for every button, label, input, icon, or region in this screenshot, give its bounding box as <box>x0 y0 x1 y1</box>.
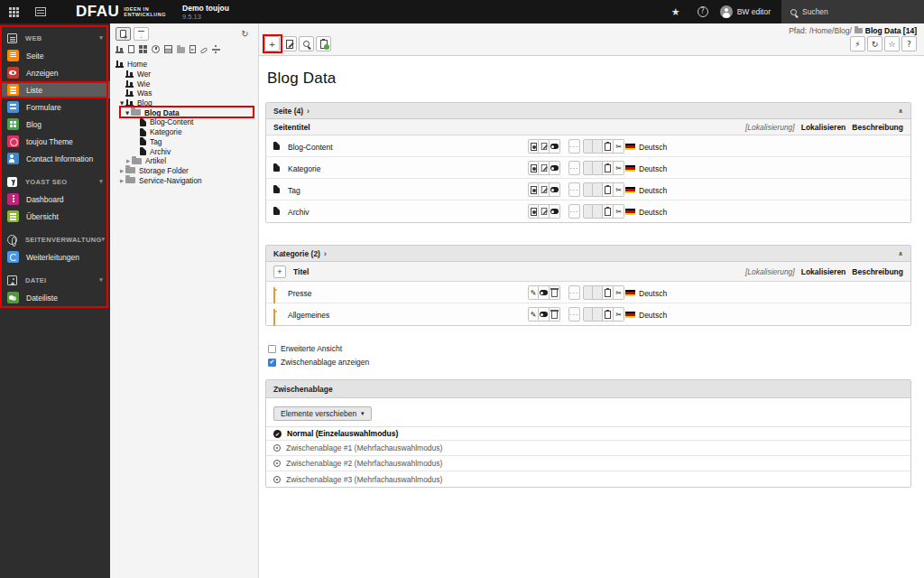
page-type-clock-icon[interactable] <box>152 45 160 53</box>
cut-button[interactable]: ✂ <box>614 182 624 197</box>
view-button[interactable] <box>528 139 539 154</box>
cut-button[interactable]: ✂ <box>614 161 624 175</box>
more-options-button[interactable]: ··· <box>568 285 580 300</box>
checkbox-erweiterte-ansicht[interactable]: Erweiterte Ansicht <box>268 344 924 353</box>
edit-page-button[interactable] <box>282 36 297 51</box>
collapse-icon[interactable]: ∧ <box>898 250 903 257</box>
modules-menu-icon[interactable] <box>0 0 27 23</box>
view-button[interactable] <box>528 204 539 219</box>
view-button[interactable] <box>528 182 539 197</box>
delete-button[interactable] <box>550 307 560 322</box>
expand-caret-icon[interactable]: ▼ <box>124 110 131 116</box>
clipboard-option-2[interactable]: Zwischenablage #2 (Mehrfachauswahlmodus) <box>266 456 910 471</box>
clipboard-option-normal[interactable]: ✔ Normal (Einzelauswahlmodus) <box>266 427 910 441</box>
tree-item-storage-folder[interactable]: ▶Storage Folder <box>110 166 258 176</box>
page-type-page-icon[interactable] <box>128 45 134 53</box>
cut-button[interactable]: ✂ <box>614 139 624 154</box>
more-options-button[interactable]: ··· <box>568 161 580 175</box>
view-button[interactable] <box>528 161 539 175</box>
tree-item-tag[interactable]: Tag <box>110 137 258 147</box>
edit-button[interactable] <box>539 204 550 219</box>
pagetree-toggle-icon[interactable] <box>27 0 54 23</box>
reload-button[interactable]: ↻ <box>867 36 882 51</box>
tree-item-blog-data[interactable]: ▼Blog Data <box>110 107 258 117</box>
more-options-button[interactable]: ··· <box>568 139 580 154</box>
sidebar-item-liste[interactable]: Liste <box>0 81 110 98</box>
edit-button[interactable]: ✎ <box>528 285 539 300</box>
section-seitenverwaltung[interactable]: SEITENVERWALTUNG ▾ <box>0 230 110 248</box>
paste-clipboard-button[interactable] <box>316 36 331 51</box>
sidebar-item-uebersicht[interactable]: Übersicht <box>0 208 110 225</box>
clipboard-option-3[interactable]: Zwischenablage #3 (Mehrfachauswahlmodus) <box>266 471 910 487</box>
sidebar-item-formulare[interactable]: Formulare <box>0 98 110 116</box>
search-button[interactable] <box>299 36 314 51</box>
bookmark-button[interactable]: ☆ <box>884 36 900 51</box>
filter-button[interactable] <box>134 27 149 41</box>
section-web[interactable]: WEB ▾ <box>0 29 110 47</box>
table-link-icon[interactable]: › <box>307 107 310 116</box>
collapsed-caret-icon[interactable]: ▶ <box>118 168 125 173</box>
sidebar-item-dateiliste[interactable]: Dateiliste <box>0 289 110 306</box>
hide-toggle-button[interactable] <box>539 285 550 300</box>
hide-toggle-button[interactable] <box>550 139 560 154</box>
user-menu[interactable]: BW editor <box>716 5 781 18</box>
checkbox-unchecked[interactable] <box>268 345 276 353</box>
sidebar-item-contact-information[interactable]: Contact Information <box>0 150 110 167</box>
checkbox-zwischenablage-anzeigen[interactable]: ✔ Zwischenablage anzeigen <box>268 358 924 367</box>
more-options-button[interactable]: ··· <box>568 182 580 197</box>
copy-button[interactable] <box>603 204 614 219</box>
section-yoast-seo[interactable]: YOAST SEO ▾ <box>0 172 110 191</box>
tree-item-kategorie[interactable]: Kategorie <box>110 127 258 137</box>
delete-button[interactable] <box>550 285 560 300</box>
new-page-button[interactable] <box>116 27 131 41</box>
tree-item-was[interactable]: Was <box>110 89 258 98</box>
tree-item-artikel[interactable]: ▶Artikel <box>110 156 258 166</box>
collapse-icon[interactable]: ∧ <box>898 107 903 115</box>
page-type-divider-icon[interactable] <box>212 45 220 53</box>
cut-button[interactable]: ✂ <box>614 307 624 322</box>
more-options-button[interactable]: ··· <box>568 204 580 219</box>
help-icon[interactable]: ? <box>689 6 716 17</box>
sidebar-item-anzeigen[interactable]: Anzeigen <box>0 64 110 81</box>
copy-button[interactable] <box>603 139 614 154</box>
clipboard-option-1[interactable]: Zwischenablage #1 (Mehrfachauswahlmodus) <box>266 441 910 456</box>
tree-item-home[interactable]: Home <box>110 60 258 70</box>
edit-button[interactable]: ✎ <box>528 307 539 322</box>
add-record-button[interactable]: + <box>273 266 286 278</box>
clear-cache-button[interactable]: ⚡ <box>850 36 865 51</box>
edit-button[interactable] <box>539 139 550 154</box>
refresh-tree-button[interactable]: ↻ <box>237 27 253 41</box>
hide-toggle-button[interactable] <box>550 204 560 219</box>
collapsed-caret-icon[interactable]: ▶ <box>125 158 132 163</box>
page-type-grid-icon[interactable] <box>139 45 147 53</box>
sidebar-item-dashboard[interactable]: Dashboard <box>0 191 110 208</box>
bookmark-star-icon[interactable]: ★ <box>662 6 689 18</box>
more-options-button[interactable]: ··· <box>568 307 580 322</box>
copy-button[interactable] <box>603 285 614 300</box>
tree-item-archiv[interactable]: Archiv <box>110 146 258 156</box>
table-link-icon[interactable]: › <box>324 249 327 258</box>
page-type-standard-icon[interactable] <box>116 45 124 53</box>
help-button[interactable]: ? <box>901 36 917 51</box>
hide-toggle-button[interactable] <box>550 161 560 175</box>
new-record-button[interactable]: + <box>264 36 280 51</box>
copy-button[interactable] <box>603 307 614 322</box>
tree-item-service-navigation[interactable]: ▶Service-Navigation <box>110 175 258 185</box>
sidebar-item-weiterleitungen[interactable]: Weiterleitungen <box>0 248 110 266</box>
checkbox-checked[interactable]: ✔ <box>268 359 276 367</box>
sidebar-item-seite[interactable]: Seite <box>0 47 110 64</box>
cut-button[interactable]: ✂ <box>614 285 624 300</box>
move-elements-dropdown[interactable]: Elemente verschieben ▾ <box>273 406 372 421</box>
section-datei[interactable]: DATEI ▾ <box>0 271 110 289</box>
cut-button[interactable]: ✂ <box>614 204 624 219</box>
page-type-folder-icon[interactable] <box>177 47 185 53</box>
tree-item-blog[interactable]: ▼Blog <box>110 98 258 108</box>
tree-item-wie[interactable]: Wie <box>110 79 258 89</box>
edit-button[interactable] <box>539 182 550 197</box>
toolbar-search[interactable]: Suchen <box>781 0 924 23</box>
tree-item-blog-content[interactable]: Blog-Content <box>110 117 258 127</box>
copy-button[interactable] <box>603 182 614 197</box>
sidebar-item-toujou-theme[interactable]: toujou Theme <box>0 133 110 150</box>
page-type-shortcut-icon[interactable] <box>189 45 196 53</box>
page-type-table-icon[interactable] <box>164 45 172 53</box>
